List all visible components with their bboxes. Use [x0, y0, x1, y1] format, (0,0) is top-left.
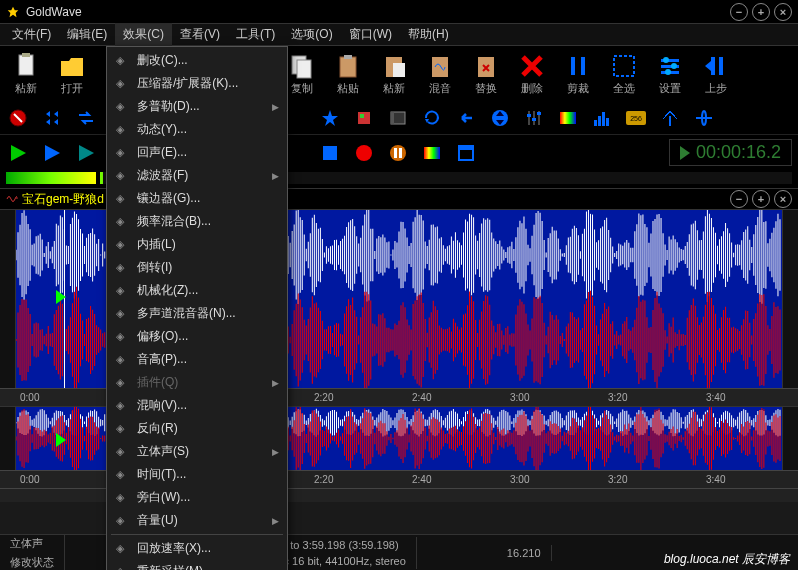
svg-rect-62: [424, 147, 440, 159]
ruler-tick: 0:00: [20, 474, 39, 485]
doc-close-button[interactable]: ×: [774, 190, 792, 208]
effect-time[interactable]: ◈时间(T)...: [107, 463, 287, 486]
effect-filter[interactable]: ◈滤波器(F)▶: [107, 164, 287, 187]
toolbar-mix[interactable]: 混音: [420, 50, 460, 98]
effect-interpolate[interactable]: ◈内插(L): [107, 233, 287, 256]
freq-blend-icon: ◈: [111, 214, 129, 230]
cube-icon[interactable]: [352, 106, 376, 130]
svg-rect-57: [323, 146, 337, 160]
svg-marker-26: [705, 61, 711, 71]
ruler-tick: 3:20: [608, 474, 627, 485]
pipe-icon[interactable]: [692, 106, 716, 130]
pitch-icon: ◈: [111, 352, 129, 368]
back-icon[interactable]: [454, 106, 478, 130]
level-left: [6, 172, 96, 184]
effect-mechanize[interactable]: ◈机械化(Z)...: [107, 279, 287, 302]
resample-icon: ◈: [111, 564, 129, 571]
menu-option[interactable]: 选项(O): [283, 23, 340, 46]
voiceover-icon: ◈: [111, 490, 129, 506]
bars-icon[interactable]: [590, 106, 614, 130]
minimize-button[interactable]: −: [730, 3, 748, 21]
svg-rect-17: [614, 56, 634, 76]
toolbar-delete[interactable]: 删除: [512, 50, 552, 98]
effect-echo[interactable]: ◈回声(E)...: [107, 141, 287, 164]
menu-effect[interactable]: 效果(C): [115, 23, 172, 46]
effect-playback-rate[interactable]: ◈回放速率(X)...: [107, 537, 287, 560]
effect-freq-blend[interactable]: ◈频率混合(B)...: [107, 210, 287, 233]
toolbar-trim[interactable]: 剪裁: [558, 50, 598, 98]
play-sel-button[interactable]: [40, 141, 64, 165]
play-button[interactable]: [6, 141, 30, 165]
effect-pitch[interactable]: ◈音高(P)...: [107, 348, 287, 371]
sliders-icon[interactable]: [522, 106, 546, 130]
star-icon[interactable]: [318, 106, 342, 130]
rec-pause-icon[interactable]: [386, 141, 410, 165]
record-button[interactable]: [352, 141, 376, 165]
menu-view[interactable]: 查看(V): [172, 23, 228, 46]
toolbar-copy[interactable]: 复制: [282, 50, 322, 98]
svg-rect-31: [360, 114, 364, 118]
doc-minimize-button[interactable]: −: [730, 190, 748, 208]
spectrum2-icon[interactable]: [420, 141, 444, 165]
svg-point-23: [665, 69, 671, 75]
toolbar-paste-new[interactable]: 粘新: [6, 50, 46, 98]
menu-edit[interactable]: 编辑(E): [59, 23, 115, 46]
doc-maximize-button[interactable]: +: [752, 190, 770, 208]
doc-wave-icon: [6, 193, 18, 205]
spectrum-icon[interactable]: [556, 106, 580, 130]
arrows-icon[interactable]: [40, 106, 64, 130]
toolbar-select-all[interactable]: 全选: [604, 50, 644, 98]
window-icon[interactable]: [454, 141, 478, 165]
effect-volume[interactable]: ◈音量(U)▶: [107, 509, 287, 532]
stop-icon[interactable]: [6, 106, 30, 130]
effect-label: 偏移(O)...: [137, 328, 188, 345]
rec-stop-icon[interactable]: [318, 141, 342, 165]
toolbar-settings[interactable]: 设置: [650, 50, 690, 98]
effect-label: 多声道混音器(N)...: [137, 305, 236, 322]
effect-reverse[interactable]: ◈反向(R): [107, 417, 287, 440]
effect-offset[interactable]: ◈偏移(O)...: [107, 325, 287, 348]
overview-scrollbar[interactable]: [782, 407, 798, 470]
effect-label: 反向(R): [137, 420, 178, 437]
effect-voiceover[interactable]: ◈旁白(W)...: [107, 486, 287, 509]
effect-censor[interactable]: ◈删改(C)...: [107, 49, 287, 72]
updown-icon[interactable]: [488, 106, 512, 130]
effect-invert[interactable]: ◈倒转(I): [107, 256, 287, 279]
menu-help[interactable]: 帮助(H): [400, 23, 457, 46]
badge-icon[interactable]: 256: [624, 106, 648, 130]
effect-compressor[interactable]: ◈压缩器/扩展器(K)...: [107, 72, 287, 95]
film-icon[interactable]: [386, 106, 410, 130]
effect-reverb[interactable]: ◈混响(V)...: [107, 394, 287, 417]
menu-tool[interactable]: 工具(T): [228, 23, 283, 46]
invert-icon: ◈: [111, 260, 129, 276]
antenna-icon[interactable]: [658, 106, 682, 130]
echo-icon: ◈: [111, 145, 129, 161]
refresh-icon[interactable]: [420, 106, 444, 130]
toolbar-replace[interactable]: 替换: [466, 50, 506, 98]
effect-flanger[interactable]: ◈镶边器(G)...: [107, 187, 287, 210]
volume-icon: ◈: [111, 513, 129, 529]
effect-doppler[interactable]: ◈多普勒(D)...▶: [107, 95, 287, 118]
toolbar-open[interactable]: 打开: [52, 50, 92, 98]
menu-file[interactable]: 文件(F): [4, 23, 59, 46]
toolbar-undo[interactable]: 上步: [696, 50, 736, 98]
effect-resample[interactable]: ◈重新采样(M)...: [107, 560, 287, 570]
effect-label: 时间(T)...: [137, 466, 186, 483]
toolbar-paste-new2[interactable]: 粘新: [374, 50, 414, 98]
maximize-button[interactable]: +: [752, 3, 770, 21]
submenu-arrow-icon: ▶: [272, 378, 279, 388]
menu-window[interactable]: 窗口(W): [341, 23, 400, 46]
ruler-tick: 2:20: [314, 474, 333, 485]
wave-scrollbar[interactable]: [782, 210, 798, 388]
toolbar-paste[interactable]: 粘贴: [328, 50, 368, 98]
effect-dynamics[interactable]: ◈动态(Y)...: [107, 118, 287, 141]
svg-point-21: [663, 57, 669, 63]
close-button[interactable]: ×: [774, 3, 792, 21]
swap-icon[interactable]: [74, 106, 98, 130]
toolbar-label: 剪裁: [567, 81, 589, 96]
ruler-tick: 3:00: [510, 392, 529, 403]
effect-stereo[interactable]: ◈立体声(S)▶: [107, 440, 287, 463]
play-alt-button[interactable]: [74, 141, 98, 165]
effect-multichannel[interactable]: ◈多声道混音器(N)...: [107, 302, 287, 325]
svg-rect-33: [391, 112, 394, 124]
